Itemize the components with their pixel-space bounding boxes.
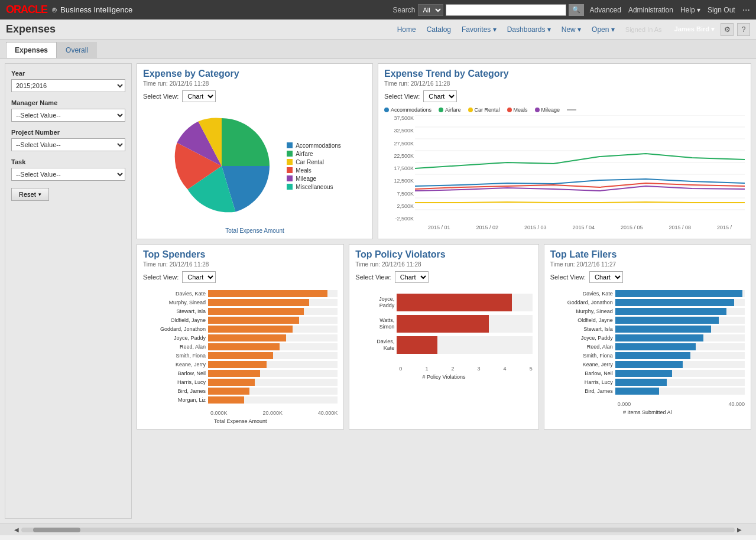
bar-fill <box>615 343 696 350</box>
bar-name: Keane, Jerry <box>550 362 615 367</box>
new-link[interactable]: New ▾ <box>562 25 581 34</box>
bar-fill <box>208 343 280 350</box>
more-options-icon[interactable]: ··· <box>742 5 750 15</box>
advanced-link[interactable]: Advanced <box>590 6 621 14</box>
bar-name: Oldfield, Jayne <box>143 317 208 323</box>
year-filter-group: Year 2015;2016 <box>11 70 125 92</box>
year-select[interactable]: 2015;2016 <box>11 79 125 92</box>
trend-chart-container: 37,500K 32,500K 27,500K 22,500K 17,500K … <box>384 115 745 230</box>
signed-in-user[interactable]: James Bird ▾ <box>674 25 715 33</box>
top-spenders-time: Time run: 20/12/16 11:28 <box>143 261 338 268</box>
bar-name: Murphy, Sinead <box>550 308 615 314</box>
top-policy-view-select[interactable]: Chart <box>395 271 429 283</box>
expense-trend-panel: Expense Trend by Category Time run: 20/1… <box>378 63 751 239</box>
manager-select[interactable]: --Select Value-- <box>11 109 125 122</box>
select-view-label-1: Select View: <box>143 93 179 100</box>
scroll-right-arrow[interactable]: ▶ <box>735 526 744 533</box>
trend-legend-airfare: Airfare <box>439 107 461 113</box>
expense-category-view-select[interactable]: Chart <box>182 90 216 102</box>
bar-name: Barlow, Neil <box>143 370 208 376</box>
bar-name: Reed, Alan <box>143 344 208 350</box>
signout-link[interactable]: Sign Out <box>708 6 735 14</box>
oracle-logo: ORACLE <box>6 4 47 16</box>
top-spenders-title: Top Spenders <box>143 249 338 260</box>
top-spenders-chart: Davies, Kate Murphy, Sinead Stewart, Isl… <box>143 288 338 408</box>
bar-name: Oldfield, Jayne <box>550 317 615 323</box>
top-spender-row: Davies, Kate <box>143 290 338 297</box>
administration-link[interactable]: Administration <box>628 6 673 14</box>
help-link[interactable]: Help ▾ <box>680 6 700 14</box>
late-filer-row: Oldfield, Jayne <box>550 317 745 324</box>
bar-outer <box>615 308 745 315</box>
help-icon[interactable]: ? <box>737 23 750 36</box>
late-filer-row: Joyce, Paddy <box>550 334 745 341</box>
catalog-link[interactable]: Catalog <box>427 25 451 34</box>
late-filer-row: Keane, Jerry <box>550 361 745 368</box>
top-late-filers-x-label: # Items Submitted Al <box>550 409 745 415</box>
top-policy-violators-time: Time run: 20/12/16 11:28 <box>355 261 532 268</box>
scroll-track[interactable] <box>21 528 735 532</box>
search-button[interactable]: 🔍 <box>569 4 584 16</box>
late-filer-row: Reed, Alan <box>550 343 745 350</box>
bar-name: Davies, Kate <box>550 291 615 297</box>
expense-trend-header: Select View: Chart <box>384 90 745 102</box>
bar-name: Bird, James <box>550 388 615 394</box>
settings-icon[interactable]: ⚙ <box>721 23 734 36</box>
late-filer-row: Davies, Kate <box>550 290 745 297</box>
expense-trend-time: Time run: 20/12/16 11:28 <box>384 80 745 87</box>
trend-line-chart <box>415 115 745 222</box>
late-filer-row: Murphy, Sinead <box>550 308 745 315</box>
expense-trend-view-select[interactable]: Chart <box>423 90 457 102</box>
bar-fill <box>615 361 683 368</box>
top-spender-row: Keane, Jerry <box>143 361 338 368</box>
bar-outer <box>208 396 338 404</box>
reset-button[interactable]: Reset ▾ <box>11 188 49 201</box>
open-link[interactable]: Open ▾ <box>592 25 615 34</box>
bar-fill <box>615 299 735 306</box>
bar-name: Reed, Alan <box>550 344 615 350</box>
bar-name: Murphy, Sinead <box>143 300 208 305</box>
bar-fill <box>208 334 286 341</box>
top-policy-violators-panel: Top Policy Violators Time run: 20/12/16 … <box>349 244 538 430</box>
search-scope-select[interactable]: All <box>418 4 443 16</box>
home-link[interactable]: Home <box>397 25 416 34</box>
nav-icon-buttons: ⚙ ? <box>721 23 750 36</box>
tab-overall[interactable]: Overall <box>57 42 97 58</box>
bar-fill <box>615 370 672 377</box>
scroll-thumb[interactable] <box>33 528 80 532</box>
bar-outer <box>208 299 338 306</box>
policy-row-joyce: Joyce,Paddy <box>355 294 532 311</box>
task-select[interactable]: --Select Value-- <box>11 168 125 181</box>
tab-expenses[interactable]: Expenses <box>6 42 57 58</box>
top-late-filers-header: Select View: Chart <box>550 271 745 283</box>
top-spender-row: Oldfield, Jayne <box>143 317 338 324</box>
legend-meals: Meals <box>287 167 341 174</box>
trend-chart-svg-area: 2015 / 01 2015 / 02 2015 / 03 2015 / 04 … <box>415 115 745 230</box>
top-spenders-view-select[interactable]: Chart <box>182 271 216 283</box>
top-late-filers-chart: Davies, Kate Goddard, Jonathon Murphy, S… <box>550 288 745 399</box>
bar-fill <box>208 361 267 368</box>
bar-fill <box>615 317 719 324</box>
expense-by-category-panel: Expense by Category Time run: 20/12/16 1… <box>137 63 373 239</box>
top-late-filers-view-select[interactable]: Chart <box>589 271 623 283</box>
late-filer-row: Smith, Fiona <box>550 352 745 359</box>
bar-fill <box>615 379 667 386</box>
top-spender-row: Morgan, Liz <box>143 396 338 404</box>
scroll-left-arrow[interactable]: ◀ <box>12 526 21 533</box>
top-late-filers-time: Time run: 20/12/16 11:27 <box>550 261 745 268</box>
select-view-label-5: Select View: <box>550 274 586 281</box>
search-input[interactable] <box>446 4 566 16</box>
bar-name: Goddard, Jonathon <box>143 326 208 332</box>
manager-label: Manager Name <box>11 99 125 106</box>
late-filer-row: Stewart, Isla <box>550 326 745 333</box>
bar-outer <box>615 379 745 386</box>
mileage-color <box>287 175 293 181</box>
project-select[interactable]: --Select Value-- <box>11 138 125 151</box>
bar-fill <box>615 308 727 315</box>
dashboards-link[interactable]: Dashboards ▾ <box>507 25 551 34</box>
favorites-link[interactable]: Favorites ▾ <box>462 25 497 34</box>
top-spenders-x-axis: 0.000K 20.000K 40.000K <box>143 410 338 416</box>
bar-outer <box>615 361 745 368</box>
legend-car-rental: Car Rental <box>287 159 341 165</box>
late-filer-row: Harris, Lucy <box>550 379 745 386</box>
